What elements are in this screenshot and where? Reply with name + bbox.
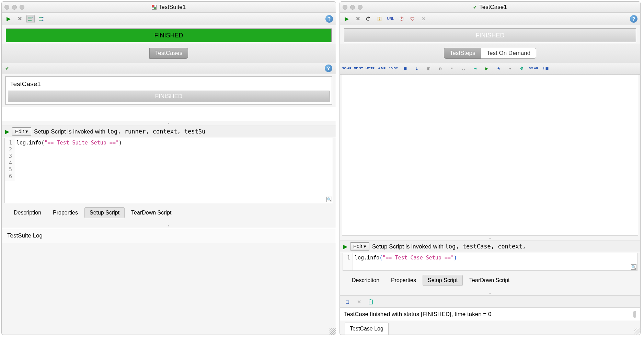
url-button[interactable]: URL — [387, 15, 395, 23]
properties-step-icon[interactable]: ☰ — [400, 65, 410, 73]
tab-test-on-demand[interactable]: Test On Demand — [481, 48, 537, 59]
testcase-window: ✔ TestCase1 ▶ ✕ ⚿ URL ⏱ 🛡 ✕ ? FINISHED T… — [340, 1, 641, 335]
log-tab[interactable]: TestCase Log — [345, 323, 389, 335]
tab-properties[interactable]: Properties — [386, 275, 421, 286]
add-amf-step[interactable]: A MF — [377, 65, 387, 73]
script-editor[interactable]: 123456 log.info("== Test Suite Setup =="… — [4, 138, 333, 203]
tab-description[interactable]: Description — [9, 207, 46, 218]
shield-icon[interactable]: 🛡 — [409, 15, 417, 23]
help-icon[interactable]: ? — [325, 65, 332, 72]
code-area[interactable]: log.info("== Test Case Setup ==") — [353, 253, 637, 270]
split-handle[interactable]: ● — [2, 223, 336, 228]
list-step-icon[interactable]: ⋮☰ — [540, 65, 550, 73]
window-title: TestSuite1 — [2, 4, 336, 11]
script-description: Setup Script is invoked with log, runner… — [34, 128, 205, 135]
options-button[interactable]: ✕ — [419, 15, 428, 23]
datagen-step-icon[interactable]: ≡ — [447, 65, 457, 73]
options-log-icon[interactable]: ✕ — [355, 298, 363, 306]
add-http-step[interactable]: HT TP — [365, 65, 375, 73]
code-area[interactable]: log.info("== Test Suite Setup ==") — [14, 138, 333, 181]
testcase-status: FINISHED — [8, 91, 330, 102]
add-jdbc-step[interactable]: JD BC — [389, 65, 398, 73]
testcase-check-icon[interactable]: ✔ — [5, 66, 9, 71]
delay-step-icon[interactable]: ⏱ — [517, 65, 527, 73]
split-handle[interactable]: ● — [340, 291, 640, 295]
goto-step-icon[interactable]: ⇥ — [470, 65, 480, 73]
close-dot[interactable] — [4, 5, 9, 10]
credentials-button[interactable]: ⚿ — [376, 15, 384, 23]
cancel-button[interactable]: ✕ — [15, 15, 24, 23]
testcase-icon: ✔ — [473, 4, 477, 10]
export-log-icon[interactable] — [367, 298, 375, 306]
edit-button[interactable]: Edit ▾ — [12, 127, 31, 136]
datasink-step-icon[interactable]: ◐ — [435, 65, 445, 73]
script-description: Setup Script is invoked with log, testCa… — [372, 243, 526, 250]
line-gutter: 1 — [343, 253, 353, 270]
datasource-step-icon[interactable]: ◧ — [424, 65, 433, 73]
suite-tabs: TestCases — [2, 44, 336, 62]
soap-step-icon2[interactable]: SO AP — [529, 65, 538, 73]
setup-script-header: ▶ Edit ▾ Setup Script is invoked with lo… — [2, 126, 336, 137]
run-button[interactable]: ▶ — [343, 15, 351, 23]
steps-list[interactable] — [342, 75, 638, 236]
resize-grip[interactable] — [330, 328, 336, 335]
testcase-name: TestCase1 — [8, 79, 330, 91]
window-controls — [343, 5, 363, 10]
loop-button[interactable] — [365, 15, 373, 23]
testcase-panel[interactable]: TestCase1 FINISHED — [5, 76, 332, 105]
log-label[interactable]: TestSuite Log — [2, 228, 336, 243]
help-icon[interactable]: ? — [325, 15, 333, 23]
scrollbar-thumb[interactable] — [633, 311, 636, 318]
run-script-button[interactable]: ▶ — [5, 128, 9, 135]
split-handle[interactable]: ● — [2, 121, 336, 126]
toolbar-main: ▶ ✕ ⚿ URL ⏱ 🛡 ✕ ? — [340, 13, 640, 25]
bottom-tabs: Description Properties Setup Script Tear… — [2, 204, 336, 223]
run-button[interactable]: ▶ — [4, 15, 13, 23]
testsuite-icon — [152, 5, 157, 10]
find-icon[interactable]: 🔍 — [326, 197, 332, 202]
status-bar: FINISHED — [6, 28, 332, 42]
find-icon[interactable]: 🔍 — [631, 264, 636, 270]
titlebar[interactable]: ✔ TestCase1 — [340, 2, 640, 13]
minimize-dot[interactable] — [350, 5, 355, 10]
tab-teststeps[interactable]: TestSteps — [444, 48, 481, 59]
tab-properties[interactable]: Properties — [48, 207, 83, 218]
setup-script-header: ▶ Edit ▾ Setup Script is invoked with lo… — [340, 241, 640, 252]
sequential-button[interactable] — [26, 15, 35, 23]
titlebar[interactable]: TestSuite1 — [2, 2, 336, 13]
zoom-dot[interactable] — [20, 5, 24, 10]
add-soap-step[interactable]: SO AP — [342, 65, 352, 73]
run-tc-step-icon[interactable]: ▶ — [482, 65, 492, 73]
testcases-toolbar: ✔ ? — [2, 62, 336, 74]
run-script-button[interactable]: ▶ — [343, 243, 347, 250]
split-handle[interactable]: ● — [340, 236, 640, 241]
assertion-step-icon[interactable]: ★ — [494, 65, 503, 73]
toolbar-main: ▶ ✕ ? — [2, 13, 336, 25]
timer-icon[interactable]: ⏱ — [398, 15, 406, 23]
log-message: TestCase finished with status [FINISHED]… — [340, 308, 640, 321]
tab-setup-script[interactable]: Setup Script — [84, 207, 125, 218]
script-editor[interactable]: 1 log.info("== Test Case Setup ==") 🔍 — [343, 253, 637, 271]
resize-grip[interactable] — [634, 328, 640, 335]
svg-rect-0 — [369, 300, 372, 304]
loop-step-icon[interactable]: ◡ — [459, 65, 468, 73]
edit-button[interactable]: Edit ▾ — [350, 242, 369, 251]
help-icon[interactable]: ? — [630, 15, 637, 23]
bottom-tabs: Description Properties Setup Script Tear… — [340, 271, 640, 291]
line-gutter: 123456 — [5, 138, 14, 181]
case-tabs: TestSteps Test On Demand — [340, 44, 640, 62]
tab-setup-script[interactable]: Setup Script — [423, 275, 463, 286]
tab-description[interactable]: Description — [347, 275, 384, 286]
mock-step-icon[interactable]: ● — [505, 65, 515, 73]
parallel-button[interactable] — [37, 15, 46, 23]
minimize-dot[interactable] — [12, 5, 17, 10]
expand-log-icon[interactable]: ◻ — [343, 298, 352, 306]
add-rest-step[interactable]: RE ST — [354, 65, 363, 73]
close-dot[interactable] — [343, 5, 347, 10]
tab-teardown-script[interactable]: TearDown Script — [126, 207, 176, 218]
tab-teardown-script[interactable]: TearDown Script — [464, 275, 515, 286]
zoom-dot[interactable] — [358, 5, 363, 10]
tab-testcases[interactable]: TestCases — [149, 48, 188, 59]
cancel-button[interactable]: ✕ — [354, 15, 362, 23]
transfer-step-icon[interactable]: ⤓ — [412, 65, 422, 73]
